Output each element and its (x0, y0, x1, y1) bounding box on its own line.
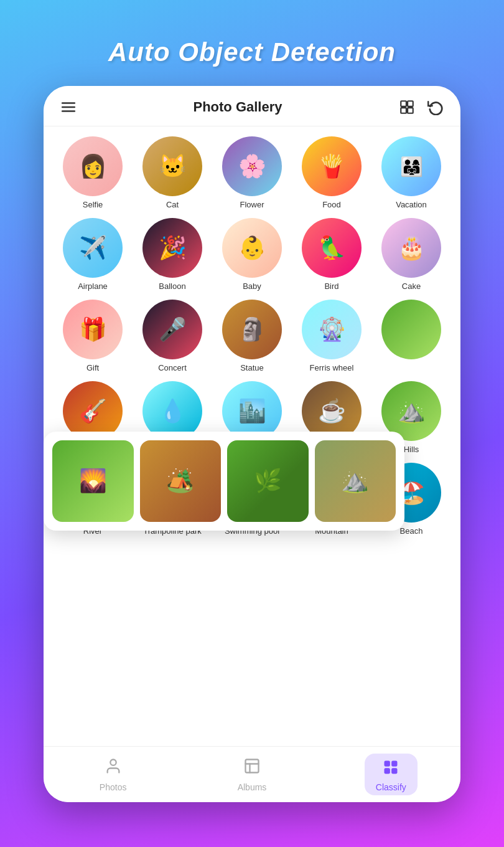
gallery-item-vacation[interactable]: 👨‍👩‍👧Vacation (375, 136, 448, 211)
nav-albums[interactable]: Albums (182, 747, 321, 802)
grid-view-icon[interactable] (397, 97, 417, 117)
svg-rect-9 (385, 761, 390, 767)
circle-bird: 🦜 (302, 218, 362, 278)
circle-flower: 🌸 (222, 136, 282, 196)
gallery-item-gift[interactable]: 🎁Gift (56, 300, 129, 374)
circle-food: 🍟 (302, 136, 362, 196)
circle-hills-exp (381, 300, 441, 359)
gallery-item-bird[interactable]: 🦜Bird (295, 218, 368, 292)
label-gift: Gift (86, 363, 99, 374)
circle-vacation: 👨‍👩‍👧 (381, 136, 441, 196)
top-bar-actions (397, 97, 446, 117)
gallery-item-baby[interactable]: 👶Baby (215, 218, 289, 292)
albums-label: Albums (238, 782, 267, 792)
nav-photos[interactable]: Photos (44, 747, 182, 802)
circle-selfie: 👩 (63, 136, 123, 196)
photos-icon (105, 757, 122, 779)
svg-rect-10 (391, 761, 397, 767)
circle-concert: 🎤 (142, 300, 202, 359)
gallery-item-flower[interactable]: 🌸Flower (215, 136, 289, 211)
label-balloon: Balloon (159, 282, 185, 292)
svg-rect-8 (245, 759, 258, 772)
ferris-popup[interactable]: 🌄 🏕️ 🌿 ⛰️ (44, 432, 404, 531)
circle-cat: 🐱 (142, 136, 202, 196)
label-vacation: Vacation (396, 200, 427, 211)
gallery-item-food[interactable]: 🍟Food (295, 136, 368, 211)
phone-frame: Photo Gallery 👩Selfie🐱Cat🌸Flower🍟Food (44, 86, 460, 802)
circle-baby: 👶 (222, 218, 282, 278)
popup-image-1[interactable]: 🌄 (52, 440, 134, 522)
bottom-nav: Photos Albums (44, 746, 460, 802)
gallery-scroll[interactable]: 👩Selfie🐱Cat🌸Flower🍟Food👨‍👩‍👧Vacation✈️Ai… (44, 126, 460, 746)
gallery-title: Photo Gallery (193, 99, 282, 115)
top-bar: Photo Gallery (44, 86, 460, 126)
gallery-item-hills-exp[interactable] (375, 300, 448, 374)
label-statue: Statue (240, 363, 264, 374)
label-airplane: Airplane (78, 282, 108, 292)
svg-rect-11 (385, 768, 390, 774)
label-concert: Concert (158, 363, 187, 374)
svg-rect-4 (408, 101, 413, 106)
svg-rect-5 (401, 108, 406, 113)
label-ferriswheel: Ferris wheel (310, 363, 354, 374)
label-food: Food (322, 200, 341, 211)
classify-active-bg: Classify (365, 754, 418, 795)
label-bird: Bird (324, 282, 338, 292)
gallery-item-statue[interactable]: 🗿Statue (215, 300, 289, 374)
gallery-item-cake[interactable]: 🎂Cake (375, 218, 448, 292)
circle-ferriswheel: 🎡 (302, 300, 362, 359)
classify-label: Classify (376, 782, 406, 792)
refresh-icon[interactable] (426, 97, 446, 117)
popup-image-3[interactable]: 🌿 (227, 440, 309, 522)
label-baby: Baby (243, 282, 261, 292)
popup-image-4[interactable]: ⛰️ (315, 440, 396, 522)
gallery-item-cat[interactable]: 🐱Cat (136, 136, 209, 211)
gallery-item-airplane[interactable]: ✈️Airplane (56, 218, 129, 292)
label-cat: Cat (166, 200, 179, 211)
circle-balloon: 🎉 (142, 218, 202, 278)
gallery-item-ferriswheel[interactable]: 🎡Ferris wheel (295, 300, 368, 374)
popup-image-2[interactable]: 🏕️ (140, 440, 222, 522)
label-flower: Flower (240, 200, 264, 211)
classify-icon (382, 759, 399, 780)
photos-label: Photos (100, 782, 127, 792)
label-cake: Cake (402, 282, 421, 292)
albums-icon (243, 757, 261, 779)
label-hills: Hills (404, 445, 419, 455)
svg-rect-6 (408, 108, 413, 113)
svg-point-7 (110, 759, 116, 765)
label-beach: Beach (400, 526, 423, 537)
circle-gift: 🎁 (63, 300, 123, 359)
circle-cake: 🎂 (381, 218, 441, 278)
circle-airplane: ✈️ (63, 218, 123, 278)
svg-rect-3 (401, 101, 406, 106)
gallery-item-concert[interactable]: 🎤Concert (136, 300, 209, 374)
page-title: Auto Object Detection (108, 37, 396, 67)
label-selfie: Selfie (83, 200, 103, 211)
svg-rect-12 (391, 768, 397, 774)
gallery-item-balloon[interactable]: 🎉Balloon (136, 218, 209, 292)
menu-icon[interactable] (58, 97, 78, 117)
circle-statue: 🗿 (222, 300, 282, 359)
nav-classify[interactable]: Classify (322, 747, 460, 802)
gallery-item-selfie[interactable]: 👩Selfie (56, 136, 129, 211)
